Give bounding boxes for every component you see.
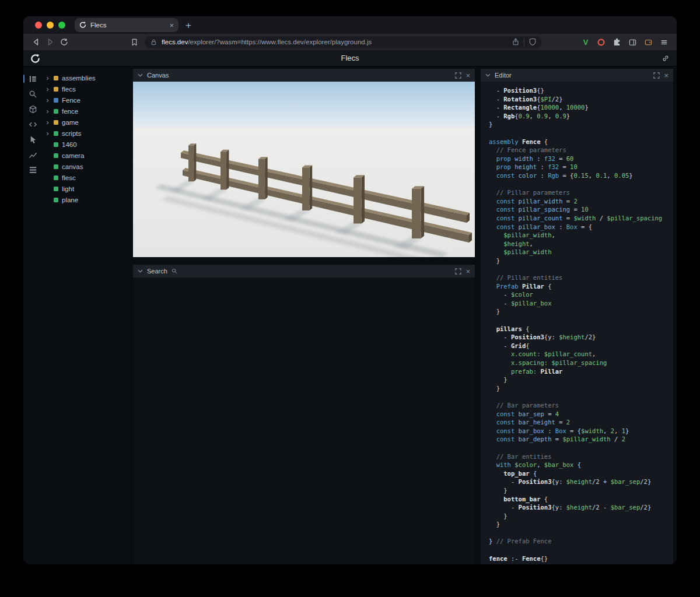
code-line xyxy=(489,546,673,554)
extensions-puzzle-icon[interactable] xyxy=(610,36,624,48)
sidebar-code-icon[interactable] xyxy=(25,117,40,132)
flecs-logo-icon xyxy=(30,53,40,63)
code-line: } xyxy=(489,120,673,129)
entity-kind-square xyxy=(54,198,58,202)
v-extension-icon[interactable]: V xyxy=(579,38,592,47)
tree-item-flesc[interactable]: flesc xyxy=(42,172,130,183)
entity-kind-square xyxy=(54,164,58,169)
close-window-button[interactable] xyxy=(35,22,42,29)
code-line: const pillar_width = 2 xyxy=(489,197,673,206)
url-bar[interactable]: flecs.dev/explorer/?wasm=https://www.fle… xyxy=(145,36,542,48)
entity-kind-square xyxy=(54,175,58,180)
minimize-window-button[interactable] xyxy=(47,22,54,29)
menu-hamburger-icon[interactable] xyxy=(657,36,671,48)
code-line: // Bar parameters xyxy=(489,401,673,410)
code-line: $pillar_width xyxy=(489,248,673,257)
share-link-icon[interactable] xyxy=(662,54,670,62)
url-path: /explorer/?wasm=https://www.flecs.dev/ex… xyxy=(188,38,372,45)
back-icon[interactable] xyxy=(29,36,43,48)
sidebar-cube-icon[interactable] xyxy=(25,101,40,117)
expand-arrow-icon[interactable]: › xyxy=(45,85,50,93)
expand-arrow-icon[interactable]: › xyxy=(45,96,50,104)
tab-favicon-flecs-logo-icon xyxy=(79,21,86,29)
tree-item-label: camera xyxy=(62,152,84,159)
record-circle-icon[interactable] xyxy=(594,36,608,48)
zoom-window-button[interactable] xyxy=(58,22,65,29)
expand-arrow-icon[interactable]: › xyxy=(45,74,50,82)
code-line xyxy=(489,316,673,325)
sidebar-search-icon[interactable] xyxy=(25,86,40,101)
3d-viewport[interactable] xyxy=(133,82,475,257)
reload-icon[interactable] xyxy=(57,36,71,48)
code-line: const pillar_count = $width / $pillar_sp… xyxy=(489,214,673,223)
entity-kind-square xyxy=(54,87,58,92)
window-controls xyxy=(35,22,65,29)
code-line xyxy=(489,180,673,189)
code-line: fence :- Fence{} xyxy=(489,554,673,563)
tree-item-label: assemblies xyxy=(62,75,96,82)
entity-kind-square xyxy=(54,98,58,103)
code-editor[interactable]: - Position3{} - Rotation3{$PI/2} - Recta… xyxy=(481,82,673,564)
tree-item-label: scripts xyxy=(62,130,81,137)
expand-panel-icon[interactable] xyxy=(455,268,461,275)
code-line xyxy=(489,265,673,273)
editor-panel: Editor × - Position3{} - Rotation3{$PI/2… xyxy=(481,69,673,564)
tab-close-icon[interactable]: × xyxy=(169,22,174,29)
tree-item-plane[interactable]: plane xyxy=(42,194,130,205)
tree-item-label: light xyxy=(62,185,74,192)
sidebar-tree-icon[interactable] xyxy=(25,71,40,86)
collapse-chevron-icon[interactable] xyxy=(485,73,491,77)
code-line: prefab: Pillar xyxy=(489,367,673,376)
entity-tree: ›assemblies›flecs›Fence›fence›game›scrip… xyxy=(42,69,130,564)
browser-tab[interactable]: Flecs × xyxy=(75,18,178,32)
search-panel: Search × xyxy=(133,265,475,564)
tree-item-light[interactable]: light xyxy=(42,183,130,194)
toolbar-extension-icons: V xyxy=(579,36,671,48)
tree-item-canvas[interactable]: canvas xyxy=(42,161,130,172)
browser-toolbar: flecs.dev/explorer/?wasm=https://www.fle… xyxy=(23,34,677,50)
code-line xyxy=(489,392,673,401)
entity-kind-square xyxy=(54,153,58,158)
sidebar-toggle-icon[interactable] xyxy=(625,36,639,48)
canvas-panel: Canvas × xyxy=(133,69,475,257)
tree-item-label: Fence xyxy=(62,97,80,104)
forward-icon[interactable] xyxy=(43,36,57,48)
sidebar-chart-icon[interactable] xyxy=(25,147,40,162)
close-panel-icon[interactable]: × xyxy=(466,268,470,275)
code-line: - Rectangle{10000, 10000} xyxy=(489,103,673,112)
close-panel-icon[interactable]: × xyxy=(664,72,668,79)
code-line: const bar_sep = 4 xyxy=(489,410,673,419)
code-line: $pillar_width, xyxy=(489,231,673,240)
expand-arrow-icon[interactable]: › xyxy=(45,118,50,126)
tree-item-1460[interactable]: 1460 xyxy=(42,139,130,150)
tree-item-fence[interactable]: ›fence xyxy=(42,106,130,117)
tree-item-camera[interactable]: camera xyxy=(42,150,130,161)
expand-arrow-icon[interactable]: › xyxy=(45,107,50,115)
code-line: x.spacing: $pillar_spacing xyxy=(489,359,673,367)
new-tab-button[interactable]: + xyxy=(186,20,191,30)
expand-panel-icon[interactable] xyxy=(653,72,660,79)
expand-arrow-icon[interactable]: › xyxy=(45,129,50,137)
sidebar-table-icon[interactable] xyxy=(25,162,40,177)
wallet-icon[interactable] xyxy=(641,36,655,48)
tree-item-game[interactable]: ›game xyxy=(42,117,130,128)
code-line: x.count: $pillar_count, xyxy=(489,350,673,359)
close-panel-icon[interactable]: × xyxy=(466,72,470,79)
tab-strip: Flecs × + xyxy=(23,16,677,34)
tree-item-flecs[interactable]: ›flecs xyxy=(42,83,130,94)
sidebar-icon-strip xyxy=(23,69,42,564)
collapse-chevron-icon[interactable] xyxy=(138,269,143,273)
tree-item-assemblies[interactable]: ›assemblies xyxy=(42,72,130,83)
code-line: Prefab Pillar { xyxy=(489,282,673,291)
tree-item-Fence[interactable]: ›Fence xyxy=(42,94,130,106)
browser-window: Flecs × + flecs.dev/explorer/?wasm=https… xyxy=(23,16,677,564)
expand-panel-icon[interactable] xyxy=(455,72,461,79)
bookmark-icon[interactable] xyxy=(127,36,141,48)
share-icon[interactable] xyxy=(512,38,520,46)
entity-kind-square xyxy=(54,131,58,136)
brave-shield-icon[interactable] xyxy=(528,38,537,46)
tree-item-scripts[interactable]: ›scripts xyxy=(42,128,130,139)
collapse-chevron-icon[interactable] xyxy=(138,73,143,77)
sidebar-cursor-icon[interactable] xyxy=(25,132,40,147)
code-text: - Position3{} - Rotation3{$PI/2} - Recta… xyxy=(481,82,673,563)
